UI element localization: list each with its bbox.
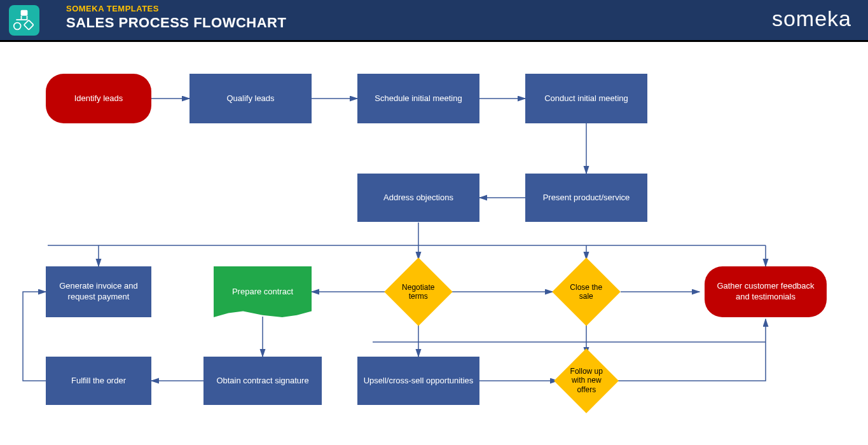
header-text: SOMEKA TEMPLATES SALES PROCESS FLOWCHART <box>66 4 286 31</box>
flowchart-icon <box>9 5 39 36</box>
node-address-objections: Address objections <box>357 174 479 222</box>
node-obtain-signature: Obtain contract signature <box>203 357 322 405</box>
svg-rect-1 <box>21 16 22 19</box>
node-gather-feedback: Gather customer feedback and testimonial… <box>705 266 827 317</box>
header-subtitle: SOMEKA TEMPLATES <box>66 4 286 13</box>
node-prepare-contract: Prepare contract <box>214 266 312 317</box>
node-close-sale: Close the sale <box>552 257 620 325</box>
node-follow-up: Follow up with new offers <box>554 348 619 413</box>
flowchart-canvas: Identify leads Qualify leads Schedule in… <box>0 42 868 445</box>
node-identify-leads: Identify leads <box>46 74 151 123</box>
node-conduct-meeting: Conduct initial meeting <box>525 74 647 123</box>
header: SOMEKA TEMPLATES SALES PROCESS FLOWCHART… <box>0 0 868 42</box>
header-title: SALES PROCESS FLOWCHART <box>66 15 286 31</box>
node-generate-invoice: Generate invoice and request payment <box>46 266 151 317</box>
svg-rect-5 <box>24 20 34 30</box>
svg-point-4 <box>14 23 21 30</box>
node-negotiate-terms: Negotiate terms <box>384 257 452 325</box>
node-qualify-leads: Qualify leads <box>189 74 312 123</box>
svg-rect-0 <box>21 10 28 16</box>
brand-logo: someka <box>772 6 851 31</box>
node-present-product: Present product/service <box>525 174 647 222</box>
svg-rect-2 <box>27 16 28 19</box>
svg-rect-3 <box>16 19 27 20</box>
node-upsell: Upsell/cross-sell opportunities <box>357 357 479 405</box>
node-fulfill-order: Fulfill the order <box>46 357 151 405</box>
node-schedule-meeting: Schedule initial meeting <box>357 74 479 123</box>
